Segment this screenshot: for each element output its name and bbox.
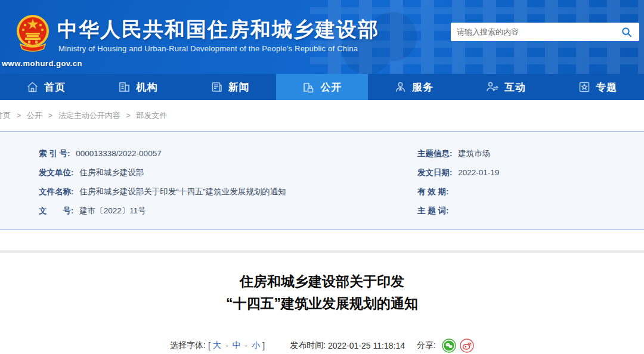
topic-star-icon (578, 81, 590, 93)
article-title-line1: 住房和城乡建设部关于印发 (0, 271, 644, 293)
search-icon[interactable] (620, 26, 633, 39)
meta-column-right: 主题信息: 建筑市场 发文日期: 2022-01-19 有 效 期: 主 题 词… (417, 144, 644, 219)
dash: - (225, 341, 228, 350)
nav-label: 首页 (44, 80, 66, 94)
home-icon (26, 81, 39, 93)
nav-item-topics[interactable]: 专题 (552, 74, 644, 100)
meta-row-topic-info: 主题信息: 建筑市场 (417, 144, 644, 163)
interaction-icon (486, 81, 499, 93)
disclosure-lock-icon (302, 81, 315, 94)
article-info-bar: 选择字体: [ 大 - 中 - 小 ] 发布时间: 2022-01-25 11:… (0, 339, 644, 353)
nav-label: 服务 (412, 80, 434, 94)
search-bar (451, 23, 639, 41)
meta-value: 2022-01-19 (458, 168, 499, 177)
meta-label: 文件名称: (39, 187, 74, 196)
news-icon (210, 81, 223, 93)
meta-row-document-number: 文 号: 建市〔2022〕11号 (39, 201, 417, 221)
breadcrumb: 首页 > 公开 > 法定主动公开内容 > 部发文件 (0, 100, 644, 131)
font-size-large-link[interactable]: 大 (213, 340, 221, 351)
share-label: 分享: (417, 340, 436, 351)
meta-label: 主题信息: (417, 149, 453, 158)
article-title-line2: “十四五”建筑业发展规划的通知 (0, 293, 644, 315)
font-size-medium-link[interactable]: 中 (233, 340, 241, 351)
nav-label: 公开 (320, 80, 342, 94)
meta-value: 建市〔2022〕11号 (79, 206, 146, 215)
spacer (0, 230, 644, 250)
organization-icon (118, 81, 131, 93)
dash: - (245, 341, 248, 350)
bracket-close: ] (262, 341, 265, 350)
meta-label: 主 题 词: (417, 206, 449, 215)
meta-value: 住房和城乡建设部关于印发“十四五”建筑业发展规划的通知 (79, 187, 286, 196)
article-section: 住房和城乡建设部关于印发 “十四五”建筑业发展规划的通知 选择字体: [ 大 -… (0, 271, 644, 353)
bracket-open: [ (208, 341, 210, 350)
breadcrumb-separator: > (48, 111, 52, 120)
meta-row-issuing-unit: 发文单位: 住房和城乡建设部 (39, 163, 417, 182)
wechat-icon[interactable] (442, 339, 456, 353)
meta-label: 发文单位: (39, 168, 74, 177)
service-person-icon (394, 81, 407, 93)
nav-item-service[interactable]: 服务 (368, 74, 460, 100)
meta-label: 索 引 号: (39, 149, 70, 158)
nav-item-home[interactable]: 首页 (0, 74, 92, 100)
breadcrumb-separator: > (126, 111, 131, 120)
breadcrumb-item-home[interactable]: 首页 (0, 111, 11, 120)
meta-row-document-name: 文件名称: 住房和城乡建设部关于印发“十四五”建筑业发展规划的通知 (39, 182, 417, 201)
publish-time-label: 发布时间: (290, 340, 326, 351)
font-selector-label: 选择字体: (170, 340, 206, 351)
meta-value: 000013338/2022-00057 (76, 149, 161, 158)
breadcrumb-separator: > (17, 111, 21, 120)
nav-item-news[interactable]: 新闻 (184, 74, 276, 100)
search-input[interactable] (457, 27, 620, 36)
meta-label: 有 效 期: (417, 187, 449, 196)
weibo-icon[interactable] (460, 339, 474, 353)
meta-value: 建筑市场 (458, 149, 490, 158)
meta-label: 发文日期: (417, 168, 453, 177)
meta-label: 文 号: (39, 206, 74, 215)
publish-time-value: 2022-01-25 11:18:14 (328, 341, 405, 350)
site-url: www.mohurd.gov.cn (2, 59, 82, 68)
nav-item-disclosure[interactable]: 公开 (276, 74, 368, 100)
site-title-english: Ministry of Housing and Urban-Rural Deve… (58, 44, 358, 53)
breadcrumb-item-statutory[interactable]: 法定主动公开内容 (58, 111, 120, 120)
nav-item-organization[interactable]: 机构 (92, 74, 184, 100)
share-icons (442, 339, 474, 353)
document-meta-panel: 索 引 号: 000013338/2022-00057 发文单位: 住房和城乡建… (0, 131, 644, 230)
breadcrumb-item-current: 部发文件 (137, 111, 168, 120)
meta-value: 住房和城乡建设部 (79, 168, 144, 177)
meta-column-left: 索 引 号: 000013338/2022-00057 发文单位: 住房和城乡建… (0, 144, 417, 219)
nav-label: 专题 (596, 80, 617, 94)
meta-row-issue-date: 发文日期: 2022-01-19 (417, 163, 644, 182)
font-size-small-link[interactable]: 小 (252, 340, 260, 351)
nav-label: 机构 (136, 80, 157, 94)
nav-label: 新闻 (228, 80, 250, 94)
meta-row-index-number: 索 引 号: 000013338/2022-00057 (39, 144, 417, 163)
nav-label: 互动 (504, 80, 526, 94)
nav-item-interaction[interactable]: 互动 (460, 74, 552, 100)
national-emblem (16, 13, 50, 57)
article-title: 住房和城乡建设部关于印发 “十四五”建筑业发展规划的通知 (0, 271, 644, 315)
meta-row-keywords: 主 题 词: (417, 201, 644, 221)
main-nav: 首页 机构 新闻 公开 服务 互动 (0, 74, 644, 100)
site-title-chinese: 中华人民共和国住房和城乡建设部 (57, 16, 379, 44)
site-header: www.mohurd.gov.cn 中华人民共和国住房和城乡建设部 Minist… (0, 0, 644, 74)
meta-row-validity: 有 效 期: (417, 182, 644, 201)
breadcrumb-item-disclosure[interactable]: 公开 (27, 111, 42, 120)
section-divider (0, 250, 644, 253)
